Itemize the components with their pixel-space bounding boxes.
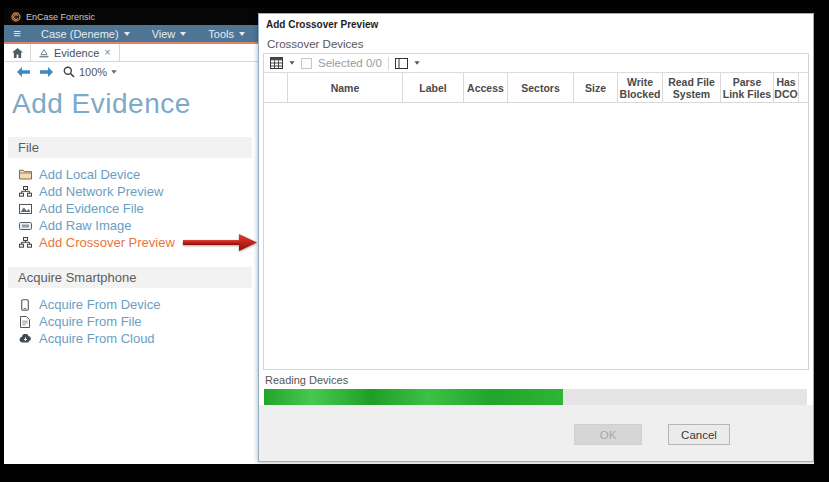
- column-header-name[interactable]: Name: [288, 73, 403, 102]
- menu-case[interactable]: Case (Deneme): [30, 25, 141, 42]
- cancel-button[interactable]: Cancel: [668, 424, 730, 445]
- chevron-down-icon: [111, 70, 116, 74]
- hamburger-menu-icon[interactable]: ≡: [4, 26, 30, 41]
- column-header-label[interactable]: Label: [403, 73, 464, 102]
- window-title: EnCase Forensic: [26, 12, 95, 22]
- chevron-down-icon: [239, 32, 245, 36]
- section-header-acquire-smartphone: Acquire Smartphone: [8, 267, 252, 288]
- back-arrow-icon[interactable]: [17, 67, 30, 77]
- column-header-access[interactable]: Access: [464, 73, 508, 102]
- ok-button[interactable]: OK: [574, 424, 642, 445]
- encase-logo-icon: [11, 12, 21, 22]
- chevron-down-icon[interactable]: [289, 61, 294, 64]
- select-all-checkbox[interactable]: [301, 58, 312, 69]
- tab-label: Evidence: [54, 47, 99, 59]
- close-icon[interactable]: ×: [104, 47, 110, 58]
- dialog-footer: OK Cancel: [259, 405, 813, 461]
- column-header-has-dco[interactable]: Has DCO: [774, 73, 799, 102]
- section-header-file: File: [8, 137, 252, 158]
- chevron-down-icon: [180, 32, 186, 36]
- column-header-selector: [264, 73, 288, 102]
- home-icon: [12, 48, 23, 58]
- link-label: Add Local Device: [39, 167, 140, 182]
- link-label: Acquire From Cloud: [39, 331, 155, 346]
- link-label: Acquire From Device: [39, 297, 160, 312]
- network-icon: [18, 237, 32, 248]
- crossover-devices-panel: Selected 0/0 Name Label Access Sectors S…: [263, 53, 809, 370]
- link-label: Add Crossover Preview: [39, 235, 175, 250]
- split-pane-icon[interactable]: [395, 58, 408, 69]
- disk-icon: [18, 221, 32, 231]
- column-header-parse-link-files[interactable]: Parse Link Files: [721, 73, 774, 102]
- tab-evidence[interactable]: Evidence ×: [31, 44, 120, 61]
- zoom-level: 100%: [79, 66, 107, 78]
- column-header-sectors[interactable]: Sectors: [508, 73, 574, 102]
- link-label: Acquire From File: [39, 314, 142, 329]
- document-icon: [18, 316, 32, 328]
- selected-count-label: Selected 0/0: [318, 57, 382, 69]
- image-file-icon: [18, 204, 32, 214]
- column-header-read-file-system[interactable]: Read File System: [663, 73, 721, 102]
- zoom-control[interactable]: 100%: [63, 66, 117, 78]
- chevron-down-icon[interactable]: [414, 61, 419, 64]
- column-header-filler: [799, 73, 808, 102]
- reading-devices-label: Reading Devices: [259, 370, 813, 389]
- add-crossover-preview-dialog: Add Crossover Preview Crossover Devices …: [258, 13, 814, 462]
- table-toolbar: Selected 0/0: [264, 54, 808, 73]
- menu-view[interactable]: View: [141, 25, 198, 42]
- evidence-tab-icon: [39, 48, 49, 58]
- forward-arrow-icon[interactable]: [40, 67, 53, 77]
- link-label: Add Network Preview: [39, 184, 163, 199]
- tab-home[interactable]: [4, 44, 31, 61]
- folder-icon: [18, 169, 32, 180]
- column-header-write-blocked[interactable]: Write Blocked: [618, 73, 663, 102]
- link-label: Add Raw Image: [39, 218, 132, 233]
- toolbar-separator: [388, 57, 389, 70]
- magnifier-icon: [63, 66, 75, 78]
- column-header-size[interactable]: Size: [574, 73, 618, 102]
- crossover-devices-label: Crossover Devices: [259, 34, 813, 53]
- menu-tools[interactable]: Tools: [197, 25, 256, 42]
- table-header-row: Name Label Access Sectors Size Write Blo…: [264, 73, 808, 103]
- progress-fill: [264, 389, 563, 405]
- device-table-body[interactable]: [264, 103, 808, 369]
- smartphone-icon: [18, 299, 32, 311]
- reading-devices-progressbar: [264, 389, 807, 405]
- table-view-icon[interactable]: [270, 57, 283, 69]
- dialog-title: Add Crossover Preview: [259, 14, 813, 34]
- cloud-icon: [18, 334, 32, 343]
- link-label: Add Evidence File: [39, 201, 144, 216]
- network-icon: [18, 186, 32, 197]
- chevron-down-icon: [124, 32, 130, 36]
- annotation-arrow-icon: [183, 233, 258, 252]
